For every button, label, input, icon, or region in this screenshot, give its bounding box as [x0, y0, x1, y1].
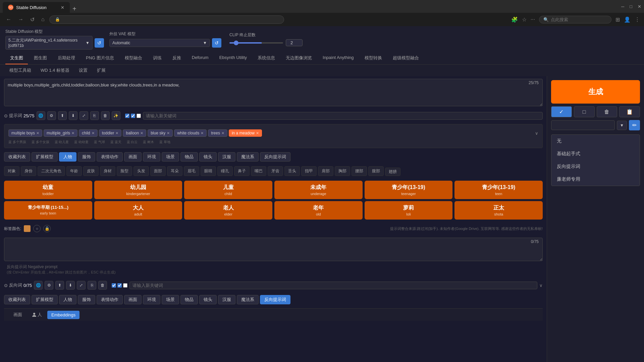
neg-keyword-input[interactable] — [129, 282, 537, 289]
neg-toggle3[interactable] — [123, 283, 127, 288]
age-card-teenager[interactable]: 青少年(13-19) teenager — [365, 181, 453, 199]
star-icon[interactable]: ☆ — [522, 16, 527, 23]
tag-multiple-boys[interactable]: multiple boys ✕ — [8, 129, 42, 137]
neg-delete-btn[interactable]: 🗑 — [98, 281, 107, 290]
delete-btn[interactable]: 🗑 — [101, 111, 110, 120]
neg-expand-btn[interactable]: ⤢ — [77, 281, 86, 290]
tag-balloon[interactable]: balloon ✕ — [123, 129, 146, 137]
outline-circle-btn[interactable]: ○ — [33, 225, 41, 232]
nav-item-modelconvert[interactable]: 模型转换 — [360, 52, 387, 64]
neg-cat-camera[interactable]: 镜头 — [199, 295, 217, 304]
edit-pencil-btn[interactable]: ✏ — [629, 120, 640, 130]
model-refresh-btn[interactable]: ↺ — [95, 38, 104, 48]
tab-close-btn[interactable]: ✕ — [61, 5, 64, 10]
nav-item-imagebrowser[interactable]: 无边图像浏览 — [281, 52, 317, 64]
neg-import-btn[interactable]: ⬆ — [55, 281, 64, 290]
minimize-btn[interactable]: ─ — [621, 4, 624, 9]
tag-toddler[interactable]: toddler ✕ — [99, 129, 122, 137]
sub-nose[interactable]: 鼻子 — [234, 166, 250, 176]
tag-close-icon[interactable]: ✕ — [201, 131, 204, 135]
sub-abdomen[interactable]: 腹部 — [368, 166, 384, 176]
search-bar[interactable]: 🔍 — [539, 16, 611, 23]
cat-negative[interactable]: 反向提示词 — [260, 152, 290, 162]
sub-eyebrows[interactable]: 眉毛 — [184, 166, 199, 176]
sub-waist[interactable]: 腰部 — [352, 166, 367, 176]
sub-face-shape[interactable]: 脸型 — [117, 166, 132, 176]
sub-pupils[interactable]: 瞳孔 — [217, 166, 233, 176]
neg-export-btn[interactable]: ⬇ — [66, 281, 75, 290]
tag-trees[interactable]: trees ✕ — [208, 129, 227, 137]
sub-nav-wd14[interactable]: WD 1.4 标签器 — [37, 66, 73, 75]
tag-close-icon[interactable]: ✕ — [221, 131, 224, 135]
import-btn[interactable]: ⬆ — [58, 111, 67, 120]
home-button[interactable]: ⌂ — [39, 15, 47, 24]
grid-icon[interactable]: ⊞ — [615, 16, 620, 23]
tag-close-icon[interactable]: ✕ — [115, 131, 118, 135]
close-btn[interactable]: ✕ — [638, 4, 641, 9]
age-card-child[interactable]: 儿童 child — [184, 181, 272, 199]
cat-magic[interactable]: 魔法系 — [237, 152, 259, 162]
cat-location[interactable]: 场景 — [162, 152, 179, 162]
address-bar[interactable]: 🔒 http://127.0.0.1:7860/?__theme=dark — [49, 15, 284, 24]
tool-square-btn[interactable]: □ — [574, 106, 595, 117]
tool-trash-btn[interactable]: 🗑 — [597, 106, 618, 117]
active-tab[interactable]: SD Stable Diffusion ✕ — [3, 2, 70, 13]
tag-in-a-meadow[interactable]: in a meadow ✕ — [229, 129, 262, 137]
model-select[interactable]: 5.二次元\AWPainting_v1.4.safetensors [cdf97… — [5, 36, 93, 50]
sub-teeth[interactable]: 牙齿 — [268, 166, 283, 176]
tag-close-icon[interactable]: ✕ — [256, 131, 259, 135]
sub-hair[interactable]: 头发 — [133, 166, 149, 176]
neg-tags-expand-btn[interactable]: ∨ — [539, 283, 543, 288]
bottom-tab-scene[interactable]: 画面 — [9, 310, 26, 319]
right-search-input[interactable] — [551, 120, 615, 130]
keyword-input[interactable] — [143, 112, 543, 120]
vae-select[interactable]: Automatic ▼ — [109, 39, 210, 47]
age-card-underage[interactable]: 未成年 underage — [274, 181, 363, 199]
nav-item-postprocess[interactable]: 后期处理 — [53, 52, 80, 64]
cat-environment[interactable]: 环境 — [143, 152, 160, 162]
cat-camera[interactable]: 镜头 — [199, 152, 217, 162]
neg-lang-btn[interactable]: 🌐 — [34, 281, 43, 290]
dropdown-item-lian[interactable]: 廉老师专用 — [551, 173, 640, 186]
sub-object[interactable]: 对象 — [4, 166, 19, 176]
neg-cat-expression[interactable]: 表情动作 — [97, 295, 123, 304]
sub-nav-modeltoolbox[interactable]: 模型工具箱 — [5, 66, 35, 75]
label-color-swatch[interactable] — [24, 225, 31, 232]
bottom-tab-embeddings[interactable]: Embeddings — [47, 311, 79, 319]
extensions-icon[interactable]: 🧩 — [511, 16, 518, 23]
nav-item-pnginfo[interactable]: PNG 图片信息 — [81, 52, 119, 64]
more-icon[interactable]: ··· — [531, 16, 535, 22]
nav-item-train[interactable]: 训练 — [148, 52, 166, 64]
sub-mouth[interactable]: 嘴巴 — [251, 166, 266, 176]
age-card-shota[interactable]: 正太 shota — [454, 201, 543, 220]
dropdown-item-basic[interactable]: 基础起手式 — [551, 147, 640, 160]
nav-item-deforum[interactable]: Deforum — [187, 52, 213, 64]
neg-cat-favorites[interactable]: 收藏列表 — [4, 295, 30, 304]
neg-toggle2[interactable] — [117, 283, 122, 288]
new-tab-button[interactable]: + — [70, 5, 79, 13]
prompt-textarea[interactable]: multiple boys,multiple_girls,child,toddl… — [4, 79, 543, 106]
cat-items[interactable]: 物品 — [180, 152, 198, 162]
tag-close-icon[interactable]: ✕ — [140, 131, 143, 135]
sub-nav-settings[interactable]: 设置 — [75, 66, 92, 75]
nav-item-sysinfo[interactable]: 系统信息 — [253, 52, 280, 64]
tag-close-icon[interactable]: ✕ — [36, 131, 39, 135]
maximize-btn[interactable]: □ — [630, 4, 632, 9]
neg-cat-clothing[interactable]: 服饰 — [78, 295, 95, 304]
nav-item-txt2img[interactable]: 文生图 — [5, 52, 28, 64]
neg-cat-person[interactable]: 人物 — [59, 295, 76, 304]
neg-cat-scene[interactable]: 画面 — [124, 295, 142, 304]
neg-toggle1[interactable] — [112, 283, 116, 288]
cat-scene[interactable]: 画面 — [124, 152, 142, 162]
neg-cat-magic[interactable]: 魔法系 — [237, 295, 259, 304]
age-card-toddler[interactable]: 幼童 toddler — [4, 181, 92, 199]
bottom-tab-person[interactable]: 人 — [28, 310, 46, 319]
sub-face[interactable]: 面部 — [150, 166, 166, 176]
sub-nails[interactable]: 指甲 — [301, 166, 317, 176]
forward-button[interactable]: → — [16, 15, 25, 24]
cat-expression[interactable]: 表情动作 — [97, 152, 123, 162]
cat-hanfu[interactable]: 汉服 — [218, 152, 235, 162]
sub-nav-extensions[interactable]: 扩展 — [93, 66, 110, 75]
lang-btn[interactable]: 🌐 — [37, 111, 45, 120]
copy-btn[interactable]: ⎘ — [90, 111, 99, 120]
